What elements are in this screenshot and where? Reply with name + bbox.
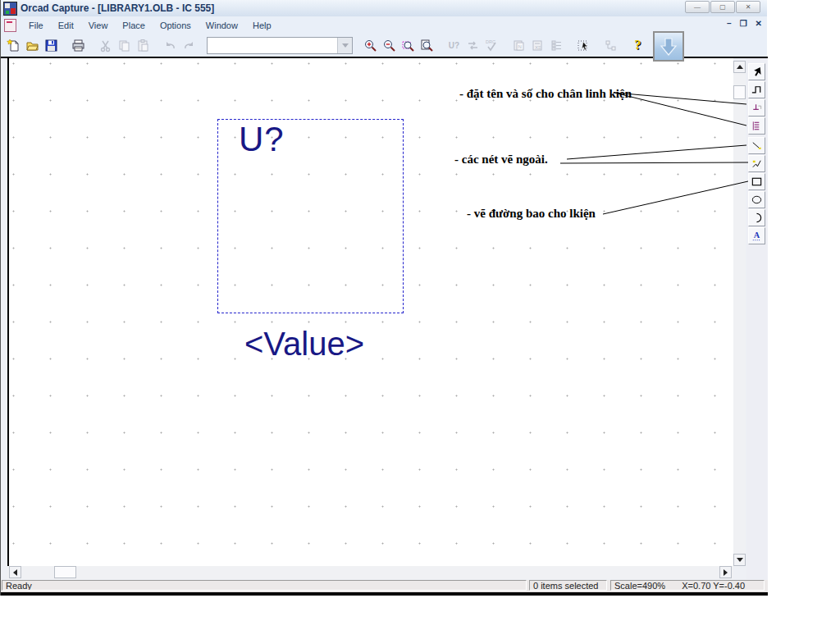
combo-dropdown-icon[interactable] bbox=[337, 38, 352, 53]
screen: Orcad Capture - [LIBRARY1.OLB - IC 555] … bbox=[0, 0, 840, 630]
svg-text:X≡: X≡ bbox=[535, 45, 541, 50]
paste-icon bbox=[136, 39, 150, 52]
place-line-tool-button[interactable] bbox=[748, 137, 765, 154]
zoom-in-icon bbox=[363, 39, 377, 52]
client-area: U? <Value> - đặt tên và số cho chân linh… bbox=[1, 58, 768, 580]
horizontal-scroll-thumb[interactable] bbox=[54, 566, 76, 578]
bom-button[interactable] bbox=[547, 35, 566, 55]
menu-file[interactable]: File bbox=[21, 19, 51, 32]
down-arrow-icon bbox=[659, 37, 678, 57]
window-controls: — ▢ ✕ bbox=[684, 1, 760, 13]
part-combo-input[interactable] bbox=[208, 38, 337, 53]
vertical-scrollbar[interactable] bbox=[733, 61, 746, 566]
select-arrow-icon bbox=[751, 66, 763, 78]
part-body-outline[interactable] bbox=[217, 119, 404, 313]
rectangle-icon bbox=[751, 176, 763, 188]
window-title: Orcad Capture - [LIBRARY1.OLB - IC 555] bbox=[21, 2, 214, 14]
printer-icon bbox=[71, 39, 85, 52]
scroll-left-button[interactable] bbox=[9, 566, 21, 578]
annotate-button[interactable]: U? bbox=[445, 35, 463, 55]
status-bar: Ready 0 items selected Scale=490% X=0.70… bbox=[1, 580, 768, 592]
child-window-controls: – ❐ ✕ bbox=[727, 19, 762, 28]
schematic-canvas[interactable]: U? <Value> - đặt tên và số cho chân linh… bbox=[7, 58, 733, 566]
new-button[interactable] bbox=[4, 35, 23, 55]
scroll-down-button[interactable] bbox=[733, 554, 746, 566]
vertical-scroll-thumb[interactable] bbox=[733, 85, 746, 99]
zoom-all-icon bbox=[420, 39, 434, 52]
redo-button[interactable] bbox=[180, 35, 199, 55]
part-value-label[interactable]: <Value> bbox=[244, 326, 364, 363]
place-pin-array-tool-button[interactable] bbox=[748, 117, 765, 135]
annotation-outer-strokes: - các nét vẽ ngoài. bbox=[454, 153, 548, 167]
snap-to-grid-icon bbox=[577, 39, 591, 52]
cross-reference-icon: X≡ bbox=[531, 39, 545, 52]
drc-button[interactable]: DRC bbox=[482, 35, 501, 55]
close-button[interactable]: ✕ bbox=[736, 1, 760, 13]
orcad-capture-window: Orcad Capture - [LIBRARY1.OLB - IC 555] … bbox=[0, 0, 767, 596]
menu-help[interactable]: Help bbox=[245, 19, 279, 32]
document-icon bbox=[4, 19, 16, 32]
ellipse-icon bbox=[751, 194, 763, 206]
zoom-area-icon bbox=[401, 39, 415, 52]
toolbar: U? DRC N X≡ bbox=[1, 34, 767, 57]
status-scale-coords: Scale=490% X=0.70 Y=-0.40 bbox=[610, 580, 765, 591]
scroll-right-button[interactable] bbox=[719, 566, 732, 578]
select-tool-button[interactable] bbox=[748, 63, 765, 80]
cross-reference-button[interactable]: X≡ bbox=[528, 35, 547, 55]
help-question-icon: ? bbox=[635, 38, 641, 52]
window-bottom-border bbox=[1, 592, 768, 596]
menu-options[interactable]: Options bbox=[153, 19, 199, 32]
zoom-in-button[interactable] bbox=[361, 35, 380, 55]
minimize-button[interactable]: — bbox=[685, 1, 710, 13]
floppy-disk-icon bbox=[44, 39, 58, 52]
place-polyline-tool-button[interactable] bbox=[748, 155, 765, 172]
back-annotate-button[interactable] bbox=[463, 35, 482, 55]
zoom-all-button[interactable] bbox=[418, 35, 436, 55]
zoom-out-button[interactable] bbox=[380, 35, 399, 55]
child-close-button[interactable]: ✕ bbox=[756, 19, 762, 28]
place-pin-tool-button[interactable] bbox=[748, 99, 765, 116]
part-combo[interactable] bbox=[207, 37, 353, 54]
hierarchy-button[interactable] bbox=[601, 35, 620, 55]
open-button[interactable] bbox=[23, 35, 42, 55]
pin-array-icon bbox=[751, 120, 763, 132]
copy-button[interactable] bbox=[115, 35, 134, 55]
menu-window[interactable]: Window bbox=[199, 19, 245, 32]
svg-text:DRC: DRC bbox=[486, 39, 495, 44]
polyline-icon bbox=[751, 158, 763, 170]
line-icon bbox=[751, 139, 763, 152]
undo-icon bbox=[163, 39, 177, 52]
print-button[interactable] bbox=[69, 35, 88, 55]
snap-to-grid-button[interactable] bbox=[574, 35, 593, 55]
cut-button[interactable] bbox=[96, 35, 115, 55]
scroll-up-button[interactable] bbox=[733, 61, 746, 73]
menu-place[interactable]: Place bbox=[115, 19, 153, 32]
place-ellipse-tool-button[interactable] bbox=[748, 191, 765, 208]
hierarchy-icon bbox=[604, 39, 618, 52]
svg-text:N: N bbox=[518, 44, 522, 49]
menu-view[interactable]: View bbox=[81, 19, 116, 32]
child-restore-button[interactable]: ❐ bbox=[740, 19, 747, 28]
menu-edit[interactable]: Edit bbox=[51, 19, 81, 32]
paste-button[interactable] bbox=[134, 35, 153, 55]
child-minimize-button[interactable]: – bbox=[727, 19, 732, 28]
maximize-button[interactable]: ▢ bbox=[710, 1, 735, 13]
floating-scroll-down-button[interactable] bbox=[653, 31, 684, 62]
place-arc-tool-button[interactable] bbox=[748, 209, 765, 226]
app-icon bbox=[3, 2, 17, 16]
save-button[interactable] bbox=[42, 35, 61, 55]
horizontal-scrollbar[interactable] bbox=[7, 566, 733, 579]
place-text-tool-button[interactable]: A bbox=[748, 227, 765, 244]
place-rectangle-tool-button[interactable] bbox=[748, 173, 765, 190]
pin-icon bbox=[751, 102, 763, 114]
netlist-button[interactable]: N bbox=[509, 35, 528, 55]
undo-button[interactable] bbox=[161, 35, 180, 55]
help-button[interactable]: ? bbox=[628, 35, 647, 55]
annotation-pin-naming: - đặt tên và số cho chân linh kiện bbox=[459, 87, 632, 101]
ieee-symbol-tool-button[interactable] bbox=[748, 81, 765, 98]
zoom-area-button[interactable] bbox=[399, 35, 418, 55]
title-bar: Orcad Capture - [LIBRARY1.OLB - IC 555] … bbox=[1, 0, 767, 16]
status-scale: Scale=490% bbox=[614, 581, 665, 591]
new-document-icon bbox=[7, 39, 21, 52]
svg-text:A: A bbox=[754, 231, 760, 240]
